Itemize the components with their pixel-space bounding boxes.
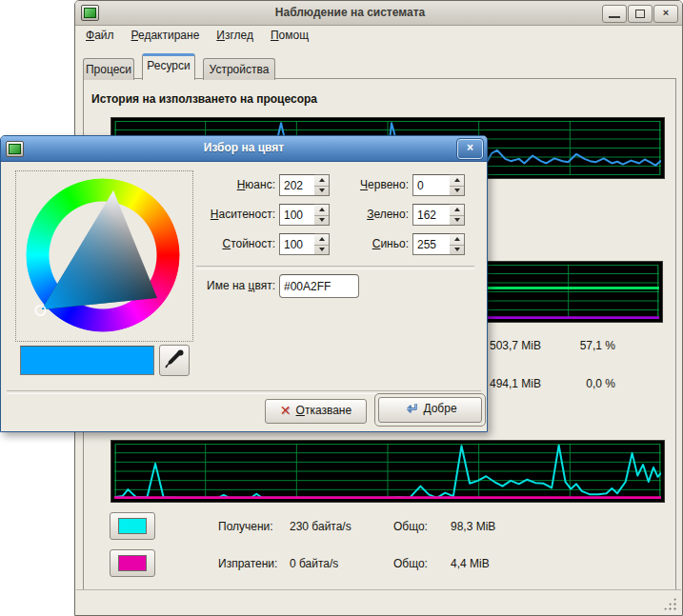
- spin-down[interactable]: [450, 245, 464, 255]
- spin-down[interactable]: [450, 215, 464, 226]
- legend-total: 98,3 MiB: [451, 520, 527, 534]
- field-label-rgb-2: Синьо:: [336, 237, 409, 250]
- field-label-hsv-0: Нюанс:: [185, 178, 275, 191]
- spin-down[interactable]: [314, 215, 329, 226]
- tab-Процеси[interactable]: Процеси: [83, 58, 134, 80]
- field-spinner-hsv-2: [314, 233, 330, 255]
- legend-color-button-Изпратени[interactable]: [110, 549, 155, 577]
- memory-percent: 57,1 %: [556, 339, 615, 353]
- legend-color-button-Получени[interactable]: [110, 512, 155, 540]
- color-wheel-area[interactable]: [15, 170, 193, 342]
- field-label-hsv-2: Стойност:: [185, 237, 275, 250]
- memory-amount: 503,7 MiB: [490, 339, 554, 353]
- field-label-rgb-1: Зелено:: [336, 208, 409, 221]
- field-spinner-rgb-1: [450, 204, 465, 226]
- fields-separator: [196, 266, 474, 269]
- legend-label: Получени:: [218, 520, 287, 534]
- field-spinner-hsv-0: [314, 174, 330, 196]
- legend-rate: 230 байта/s: [290, 520, 385, 534]
- hsv-triangle[interactable]: [16, 171, 192, 341]
- legend-total-label: Общо:: [393, 557, 441, 571]
- field-spinner-rgb-0: [450, 174, 465, 196]
- field-input-hsv-0[interactable]: [279, 174, 315, 196]
- spin-down[interactable]: [450, 186, 464, 196]
- color-name-input[interactable]: [279, 274, 359, 298]
- desktop: Наблюдение на системата × ФайлРедактиран…: [0, 0, 683, 616]
- tab-label: Устройства: [210, 63, 270, 76]
- resize-grip[interactable]: [663, 597, 676, 610]
- statusbar: [76, 589, 681, 614]
- hue-selector[interactable]: [35, 306, 45, 315]
- field-spinner-rgb-2: [450, 233, 465, 255]
- memory-amount: 494,1 MiB: [490, 377, 554, 391]
- legend-total-label: Общо:: [393, 520, 441, 534]
- ok-label: Добре: [423, 402, 456, 415]
- field-input-rgb-0[interactable]: [412, 174, 451, 196]
- cancel-label: Отказване: [296, 404, 352, 417]
- cpu-section-header: История на използването на процесора: [91, 92, 317, 106]
- color-name-label: Име на цвят:: [185, 279, 275, 292]
- tab-Ресурси[interactable]: Ресурси: [142, 53, 195, 80]
- color-preview-swatch: [20, 346, 154, 375]
- field-input-rgb-1[interactable]: [412, 204, 451, 226]
- memory-percent: 0,0 %: [556, 377, 615, 391]
- legend-color-swatch: [118, 518, 147, 534]
- tab-label: Процеси: [86, 63, 131, 76]
- ok-button[interactable]: Добре: [378, 397, 482, 423]
- cancel-button[interactable]: ✕Отказване: [265, 399, 367, 424]
- dialog-title: Избор на цвят: [39, 141, 449, 154]
- legend-label: Изпратени:: [218, 557, 287, 571]
- field-input-hsv-2[interactable]: [279, 233, 315, 255]
- ok-return-icon: [403, 403, 418, 415]
- legend-rate: 0 байта/s: [290, 557, 385, 571]
- field-spinner-hsv-1: [314, 204, 330, 226]
- tab-label: Ресурси: [147, 59, 190, 72]
- tab-Устройства[interactable]: Устройства: [203, 58, 275, 80]
- spin-down[interactable]: [314, 186, 329, 196]
- dialog-close-button[interactable]: ×: [457, 139, 483, 159]
- eyedropper-icon: [160, 346, 187, 373]
- field-input-rgb-2[interactable]: [412, 233, 451, 255]
- eyedropper-button[interactable]: [159, 345, 190, 376]
- field-input-hsv-1[interactable]: [279, 204, 315, 226]
- dialog-titlebar[interactable]: Избор на цвят ×: [1, 136, 487, 162]
- field-label-rgb-0: Червено:: [336, 178, 409, 191]
- network-history-chart: [110, 440, 665, 503]
- legend-color-swatch: [118, 555, 147, 571]
- cancel-x-icon: ✕: [280, 405, 291, 416]
- spin-down[interactable]: [314, 245, 329, 255]
- legend-total: 4,4 MiB: [451, 557, 527, 571]
- tab-strip: ПроцесиРесурсиУстройства: [75, 1, 682, 79]
- dialog-app-icon: [6, 141, 24, 157]
- color-picker-dialog: Избор на цвят ×: [0, 135, 488, 432]
- field-label-hsv-1: Наситеност:: [185, 208, 275, 221]
- dialog-close-icon: ×: [467, 141, 473, 154]
